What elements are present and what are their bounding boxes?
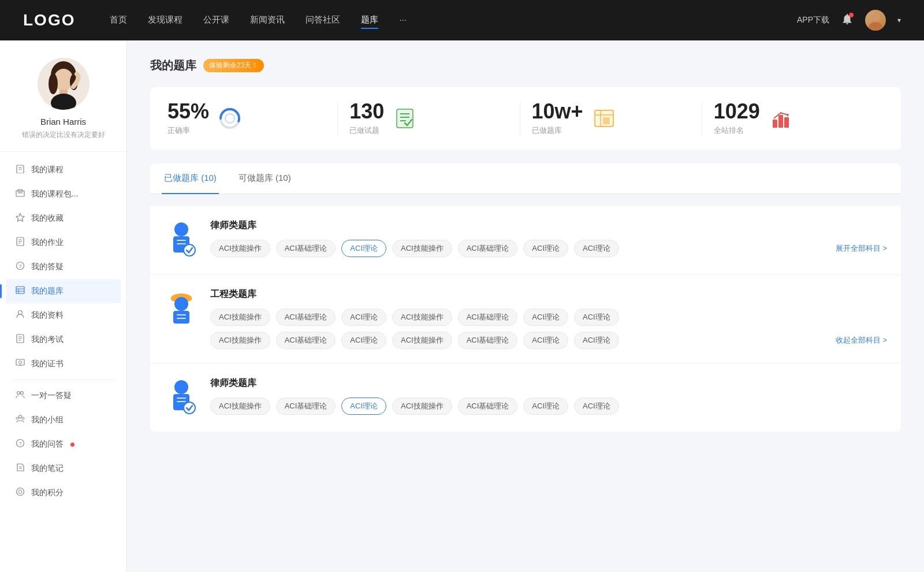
nav-qa[interactable]: 问答社区 xyxy=(305,12,340,29)
nav-home[interactable]: 首页 xyxy=(110,12,127,29)
sidebar-item-label: 我的作业 xyxy=(31,237,64,248)
sidebar-item-points[interactable]: 我的积分 xyxy=(6,481,121,505)
sidebar-item-cert[interactable]: 我的证书 xyxy=(6,352,121,376)
nav-discover[interactable]: 发现课程 xyxy=(148,12,182,29)
svg-point-60 xyxy=(787,114,789,116)
tag[interactable]: ACI理论 xyxy=(341,309,386,326)
star-icon xyxy=(15,213,25,224)
tag-active[interactable]: ACI理论 xyxy=(341,398,386,415)
sidebar-item-homework[interactable]: 我的作业 xyxy=(6,231,121,255)
engineer-icon xyxy=(164,288,199,329)
sidebar-item-label: 我的答疑 xyxy=(31,262,64,272)
tag[interactable]: ACI理论 xyxy=(523,332,568,349)
tag[interactable]: ACI理论 xyxy=(574,240,619,257)
svg-rect-74 xyxy=(177,398,186,399)
tag[interactable]: ACI理论 xyxy=(523,309,568,326)
tab-available-qbank[interactable]: 可做题库 (10) xyxy=(236,164,293,194)
sidebar-item-label: 一对一答疑 xyxy=(31,391,72,401)
tag[interactable]: ACI理论 xyxy=(574,309,619,326)
qbank-list: 律师类题库 ACI技能操作 ACI基础理论 ACI理论 ACI技能操作 ACI基… xyxy=(150,206,901,432)
courses-icon xyxy=(15,164,25,176)
tag[interactable]: ACI基础理论 xyxy=(276,332,336,349)
nav-news[interactable]: 新闻资讯 xyxy=(250,12,285,29)
tag[interactable]: ACI基础理论 xyxy=(458,240,518,257)
profile-icon xyxy=(15,310,25,321)
svg-point-5 xyxy=(49,73,58,94)
svg-rect-49 xyxy=(397,109,413,128)
tab-done-qbank[interactable]: 已做题库 (10) xyxy=(162,164,219,194)
tag[interactable]: ACI技能操作 xyxy=(392,309,452,326)
qbank-title-1: 律师类题库 xyxy=(210,220,887,232)
qbank-title-engineer: 工程类题库 xyxy=(210,288,887,300)
tag[interactable]: ACI技能操作 xyxy=(392,398,452,415)
nav-open-course[interactable]: 公开课 xyxy=(203,12,229,29)
lawyer-icon-2 xyxy=(164,377,199,418)
sidebar-item-groups[interactable]: 我的小组 xyxy=(6,408,121,432)
sidebar-item-label: 我的题库 xyxy=(31,286,64,296)
done-questions-icon xyxy=(393,107,416,130)
tag[interactable]: ACI理论 xyxy=(341,332,386,349)
tag-active[interactable]: ACI理论 xyxy=(341,240,386,257)
sidebar-item-exams[interactable]: 我的考试 xyxy=(6,328,121,352)
qbank-details-engineer: 工程类题库 ACI技能操作 ACI基础理论 ACI理论 ACI技能操作 ACI基… xyxy=(210,288,887,349)
svg-point-0 xyxy=(871,13,880,21)
stat-done-questions: 130 已做试题 xyxy=(338,101,520,136)
tag[interactable]: ACI基础理论 xyxy=(276,309,336,326)
tag[interactable]: ACI基础理论 xyxy=(276,398,336,415)
tag[interactable]: ACI基础理论 xyxy=(458,332,518,349)
app-download-link[interactable]: APP下载 xyxy=(797,15,829,25)
qbank-item-lawyer-1: 律师类题库 ACI技能操作 ACI基础理论 ACI理论 ACI技能操作 ACI基… xyxy=(150,206,901,274)
avatar[interactable] xyxy=(865,10,886,31)
tag[interactable]: ACI基础理论 xyxy=(458,309,518,326)
sidebar-item-course-packs[interactable]: 我的课程包... xyxy=(6,182,121,206)
sidebar-item-label: 我的积分 xyxy=(31,488,64,498)
tag[interactable]: ACI技能操作 xyxy=(210,398,270,415)
qbank-item-lawyer-2: 律师类题库 ACI技能操作 ACI基础理论 ACI理论 ACI技能操作 ACI基… xyxy=(150,363,901,432)
qbank-icon xyxy=(15,285,25,297)
notification-bell[interactable] xyxy=(841,13,854,28)
collapse-link[interactable]: 收起全部科目 > xyxy=(830,335,887,346)
svg-rect-56 xyxy=(603,117,610,124)
svg-point-61 xyxy=(174,222,188,236)
qbank-tags-1: ACI技能操作 ACI基础理论 ACI理论 ACI技能操作 ACI基础理论 AC… xyxy=(210,240,619,257)
tag[interactable]: ACI理论 xyxy=(523,240,568,257)
sidebar-item-label: 我的考试 xyxy=(31,335,64,345)
tag[interactable]: ACI技能操作 xyxy=(210,309,270,326)
sidebar-item-qbank[interactable]: 我的题库 xyxy=(6,279,121,303)
qbank-item-engineer: 工程类题库 ACI技能操作 ACI基础理论 ACI理论 ACI技能操作 ACI基… xyxy=(150,274,901,363)
sidebar-item-my-qa[interactable]: ? 我的问答 xyxy=(6,432,121,456)
svg-point-68 xyxy=(174,297,188,311)
nav-more[interactable]: ··· xyxy=(399,12,407,29)
nav-qbank[interactable]: 题库 xyxy=(361,12,378,29)
sidebar-item-courses[interactable]: 我的课程 xyxy=(6,158,121,182)
svg-rect-69 xyxy=(173,311,189,324)
svg-point-35 xyxy=(17,392,20,395)
tag[interactable]: ACI技能操作 xyxy=(392,332,452,349)
sidebar-item-qa[interactable]: ? 我的答疑 xyxy=(6,255,121,279)
svg-point-76 xyxy=(184,402,195,414)
svg-rect-59 xyxy=(784,117,789,128)
sidebar-item-notes[interactable]: 我的笔记 xyxy=(6,456,121,481)
svg-marker-15 xyxy=(16,214,24,222)
tag[interactable]: ACI技能操作 xyxy=(392,240,452,257)
stat-accuracy: 55% 正确率 xyxy=(167,101,338,136)
tag[interactable]: ACI理论 xyxy=(523,398,568,415)
tag[interactable]: ACI基础理论 xyxy=(276,240,336,257)
expand-link-1[interactable]: 展开全部科目 > xyxy=(830,243,887,254)
accuracy-icon xyxy=(218,107,241,130)
points-icon xyxy=(15,487,25,499)
sidebar-item-one-on-one[interactable]: 一对一答疑 xyxy=(6,384,121,408)
tag[interactable]: ACI技能操作 xyxy=(210,332,270,349)
user-menu-chevron[interactable]: ▾ xyxy=(897,16,901,24)
stat-ranking: 1029 全站排名 xyxy=(702,101,884,136)
svg-rect-64 xyxy=(177,243,186,244)
tag[interactable]: ACI技能操作 xyxy=(210,240,270,257)
page-layout: Brian Harris 错误的决定比没有决定要好 我的课程 我的课程包... xyxy=(0,40,924,572)
exams-icon xyxy=(15,334,25,346)
sidebar-item-profile[interactable]: 我的资料 xyxy=(6,303,121,328)
tag[interactable]: ACI理论 xyxy=(574,398,619,415)
tag[interactable]: ACI理论 xyxy=(574,332,619,349)
tag[interactable]: ACI基础理论 xyxy=(458,398,518,415)
sidebar-item-favorites[interactable]: 我的收藏 xyxy=(6,206,121,231)
notification-dot xyxy=(849,13,854,17)
